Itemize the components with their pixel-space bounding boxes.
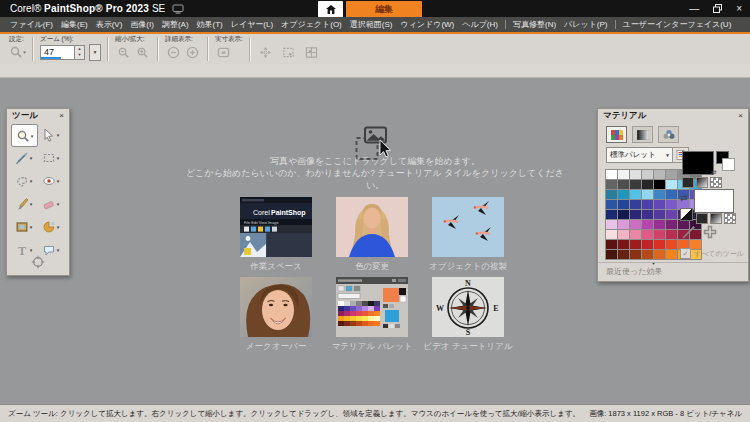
bg-pattern-button[interactable] — [724, 213, 736, 224]
color-swatch[interactable] — [642, 250, 653, 259]
eyedropper-icon[interactable] — [682, 225, 695, 239]
zoom-dropdown-button[interactable]: ▼ — [89, 44, 101, 61]
color-swatch[interactable] — [618, 240, 629, 249]
swap-colors-icon[interactable]: ⇄ — [680, 193, 688, 203]
color-swatch[interactable] — [606, 190, 617, 199]
tool-eraser[interactable]: ▾ — [38, 193, 63, 214]
tool-dropper[interactable]: ▾ — [11, 147, 36, 168]
menu-item-6[interactable]: レイヤー(L) — [227, 19, 277, 30]
zoom-in-button[interactable] — [134, 44, 151, 60]
menu-item-4[interactable]: 調整(A) — [158, 19, 193, 30]
menu-item-15[interactable]: ユーザーインターフェイス(U) — [619, 19, 736, 30]
color-swatch[interactable] — [666, 250, 677, 259]
color-swatch[interactable] — [666, 240, 677, 249]
menu-item-1[interactable]: 編集(E) — [57, 19, 92, 30]
pan-button[interactable] — [257, 44, 274, 60]
menu-item-2[interactable]: 表示(V) — [92, 19, 127, 30]
tool-flyout-arrow[interactable]: ▾ — [57, 201, 60, 207]
tab-edit[interactable]: 編集 — [346, 1, 422, 17]
menu-item-3[interactable]: 画像(I) — [126, 19, 158, 30]
restore-button[interactable] — [713, 4, 722, 13]
color-swatch[interactable] — [666, 170, 677, 179]
gradients-tab[interactable] — [632, 126, 653, 143]
mixer-tab[interactable] — [658, 126, 679, 143]
tile-materials-palette[interactable]: マテリアル パレット — [336, 277, 408, 353]
color-swatch[interactable] — [654, 200, 665, 209]
zoom-value-input[interactable]: 47 — [40, 45, 75, 60]
color-swatch[interactable] — [654, 230, 665, 239]
fit-window-button[interactable] — [303, 44, 320, 60]
color-swatch[interactable] — [666, 210, 677, 219]
tool-flyout-arrow[interactable]: ▾ — [31, 133, 34, 139]
color-swatch[interactable] — [666, 190, 677, 199]
tools-palette-close-button[interactable]: × — [59, 112, 64, 120]
color-swatch[interactable] — [606, 170, 617, 179]
color-swatch[interactable] — [618, 200, 629, 209]
fg-gradient-button[interactable] — [696, 177, 708, 188]
menu-item-13[interactable]: パレット(P) — [560, 19, 611, 30]
minimize-button[interactable]: — — [689, 4, 699, 14]
tool-flyout-arrow[interactable]: ▾ — [30, 224, 33, 230]
fg-color-button[interactable] — [682, 177, 694, 188]
menu-item-12[interactable]: 写真修整(N) — [509, 19, 560, 30]
tool-color-changer[interactable]: ▾ — [38, 216, 63, 237]
color-swatch[interactable] — [630, 200, 641, 209]
color-swatch[interactable] — [630, 170, 641, 179]
color-swatch[interactable] — [642, 180, 653, 189]
color-swatch[interactable] — [642, 240, 653, 249]
color-swatch[interactable] — [630, 240, 641, 249]
add-swatch-icon[interactable] — [703, 225, 717, 239]
color-swatch[interactable] — [654, 220, 665, 229]
tool-pick[interactable]: ▾ — [38, 124, 63, 145]
color-swatch[interactable] — [606, 210, 617, 219]
menu-item-9[interactable]: ウィンドウ(W) — [396, 19, 458, 30]
zoom-out-step-button[interactable] — [165, 44, 182, 60]
tool-brush[interactable]: ▾ — [11, 193, 36, 214]
color-swatch[interactable] — [654, 250, 665, 259]
color-swatch[interactable] — [618, 210, 629, 219]
tool-flyout-arrow[interactable]: ▾ — [57, 155, 60, 161]
tools-palette-header[interactable]: ツール × — [7, 109, 69, 122]
color-swatch[interactable] — [630, 210, 641, 219]
menu-item-0[interactable]: ファイル(F) — [6, 19, 57, 30]
foreground-swatch[interactable] — [682, 151, 714, 175]
tool-zoom[interactable]: ▾ — [11, 124, 38, 147]
color-swatch[interactable] — [630, 220, 641, 229]
close-button[interactable]: × — [736, 4, 742, 14]
zoom-spin-buttons[interactable]: ▲▼ — [75, 45, 85, 60]
color-swatch[interactable] — [630, 190, 641, 199]
materials-palette-header[interactable]: マテリアル × — [598, 109, 748, 122]
color-swatch[interactable] — [606, 240, 617, 249]
color-swatch[interactable] — [666, 230, 677, 239]
menu-item-8[interactable]: 選択範囲(S) — [346, 19, 397, 30]
menu-item-7[interactable]: オブジェクト(O) — [277, 19, 346, 30]
tile-video-tutorial[interactable]: N S W E ビデオ チュートリアル — [432, 277, 504, 353]
color-swatch[interactable] — [642, 230, 653, 239]
color-swatch[interactable] — [618, 220, 629, 229]
presets-button[interactable]: ▾ — [9, 44, 26, 60]
color-swatch[interactable] — [618, 170, 629, 179]
tile-workspace[interactable]: Corel PaintShop File Edit View Image 作業ス… — [240, 197, 312, 273]
palette-select[interactable]: 標準パレット ▼ — [606, 147, 674, 163]
color-swatch[interactable] — [606, 180, 617, 189]
color-swatch[interactable] — [666, 220, 677, 229]
color-swatch[interactable] — [618, 230, 629, 239]
bg-color-button[interactable] — [696, 213, 708, 224]
tool-flyout-arrow[interactable]: ▾ — [30, 178, 33, 184]
background-swatch[interactable] — [694, 189, 734, 213]
tab-home[interactable] — [318, 1, 343, 17]
tool-selection[interactable]: ▾ — [38, 147, 63, 168]
color-swatch[interactable] — [606, 220, 617, 229]
tool-flyout-arrow[interactable]: ▾ — [57, 178, 60, 184]
all-tools-checkbox[interactable]: ✓ — [680, 248, 691, 259]
color-swatch[interactable] — [606, 250, 617, 259]
color-swatch[interactable] — [642, 190, 653, 199]
color-swatch[interactable] — [642, 220, 653, 229]
navigate-button[interactable] — [280, 44, 297, 60]
swap-mini-colors-icon[interactable]: ⇄ — [711, 169, 717, 177]
tool-freehand-selection[interactable]: ▾ — [11, 170, 36, 191]
color-swatch[interactable] — [666, 200, 677, 209]
transparency-toggle[interactable] — [680, 208, 693, 221]
tool-flyout-arrow[interactable]: ▾ — [57, 132, 60, 138]
tile-makeover[interactable]: メークオーバー — [240, 277, 312, 353]
